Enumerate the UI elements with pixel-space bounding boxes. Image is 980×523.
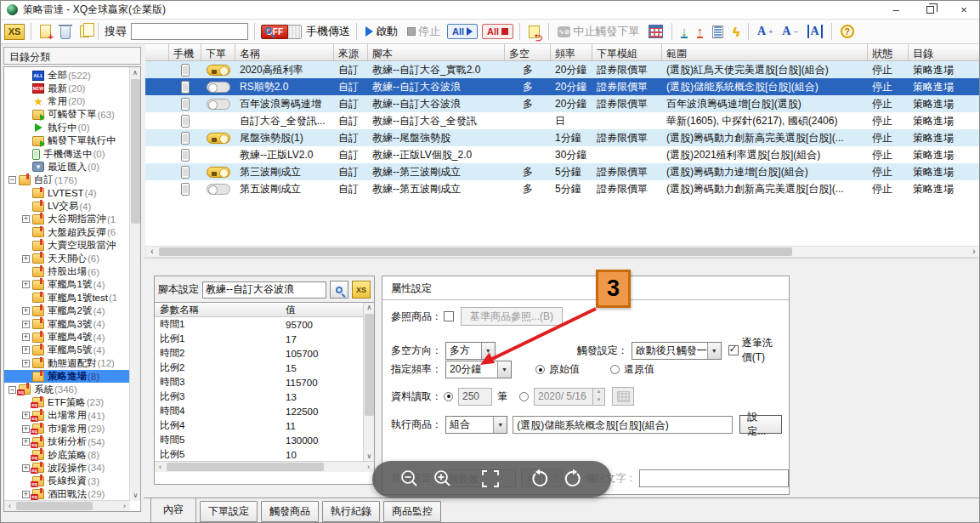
phone-icon[interactable]: [181, 115, 190, 128]
bottom-tab[interactable]: 商品監控: [383, 501, 441, 522]
tree-item[interactable]: 系統 (346): [4, 383, 130, 395]
report-button[interactable]: [710, 25, 726, 39]
exec-type-dropdown[interactable]: 組合 ▼: [445, 416, 507, 434]
phone-icon[interactable]: [181, 183, 190, 196]
scroll-left-icon[interactable]: ‹: [155, 462, 166, 472]
tree-item[interactable]: 大盤超跌反彈 (6: [4, 226, 130, 239]
tree-item[interactable]: 軍艦鳥1號 (4): [4, 278, 130, 291]
phone-icon[interactable]: [181, 132, 190, 145]
phone-icon[interactable]: [181, 166, 190, 179]
delete-button[interactable]: [58, 24, 73, 40]
tree-item[interactable]: 長線投資 (3): [4, 475, 130, 487]
column-header[interactable]: [145, 44, 169, 60]
tree-item[interactable]: 大賣空現股當沖: [4, 239, 130, 252]
tree-item[interactable]: LVTEST (4): [4, 187, 130, 200]
param-name-header[interactable]: 參數名稱: [155, 303, 280, 316]
search-icon[interactable]: [265, 27, 272, 34]
column-header-source[interactable]: 來源: [334, 44, 368, 60]
restored-value-radio[interactable]: [610, 365, 620, 374]
bottom-tab[interactable]: 觸發商品: [261, 501, 319, 522]
schedule-button[interactable]: [646, 24, 666, 39]
parameter-row[interactable]: 時間3 115700: [155, 375, 374, 389]
import-button[interactable]: [526, 25, 542, 39]
script-xs-button[interactable]: XS: [352, 281, 371, 298]
close-button[interactable]: ×: [947, 1, 980, 20]
data-date-radio[interactable]: [519, 392, 529, 401]
wash-price-checkbox[interactable]: [728, 345, 739, 355]
tree-item[interactable]: 最近匯入 (0): [4, 161, 130, 173]
restore-button[interactable]: [913, 1, 947, 20]
new-strategy-button[interactable]: [37, 24, 54, 39]
parameter-row[interactable]: 比例4 11: [155, 418, 374, 433]
parameter-row[interactable]: 時間4 122500: [155, 404, 374, 418]
table-horizontal-scrollbar[interactable]: ‹ ›: [145, 246, 980, 258]
expand-toggle-icon[interactable]: [22, 438, 30, 446]
tree-item[interactable]: 持股出場 (6): [4, 265, 130, 278]
zoom-in-icon[interactable]: [433, 469, 453, 489]
all-start-button[interactable]: All: [447, 24, 478, 39]
phone-icon[interactable]: [181, 81, 190, 94]
minimize-button[interactable]: –: [879, 1, 913, 20]
frequency-dropdown[interactable]: 20分鐘 ▼: [445, 361, 512, 378]
expand-toggle-icon[interactable]: [22, 333, 30, 341]
scrollbar-thumb[interactable]: [365, 314, 374, 416]
bottom-tab[interactable]: 執行紀錄: [322, 501, 380, 522]
expand-toggle-icon[interactable]: [22, 464, 30, 472]
tree-item[interactable]: 出場常用 (41): [4, 409, 130, 422]
expand-toggle-icon[interactable]: [22, 321, 30, 328]
phone-icon[interactable]: [181, 64, 190, 77]
table-row[interactable]: 教練--正版LV2.0 自訂 教練--正版LV個股_2.0 30分鐘 (選股)2…: [145, 146, 980, 163]
data-count-input[interactable]: 250: [458, 388, 492, 406]
table-row[interactable]: 第五波剛成立 自訂 教練--第五波剛成立 多 5分鐘 證券限價單 (選股)籌碼動…: [145, 180, 980, 197]
scroll-right-icon[interactable]: ›: [968, 247, 980, 257]
tree-item[interactable]: ETF策略 (23): [4, 396, 130, 409]
script-name-input[interactable]: [202, 281, 326, 298]
scroll-right-icon[interactable]: ›: [119, 501, 130, 511]
expand-toggle-icon[interactable]: [22, 307, 30, 315]
stop-button[interactable]: 停止: [405, 23, 443, 40]
scroll-left-icon[interactable]: ‹: [4, 501, 15, 511]
sidebar-horizontal-scrollbar[interactable]: ‹ ›: [4, 500, 130, 511]
expand-toggle-icon[interactable]: [22, 425, 30, 433]
scrollbar-thumb[interactable]: [131, 79, 140, 224]
column-header-status[interactable]: 狀態: [868, 44, 909, 60]
expand-toggle-icon[interactable]: [22, 346, 30, 354]
download-button[interactable]: ↓: [678, 25, 690, 39]
direction-dropdown[interactable]: 多方 ▼: [445, 342, 496, 360]
scroll-right-icon[interactable]: ›: [363, 462, 374, 472]
table-row[interactable]: RS順勢2.0 自訂 教練--自訂大谷波浪 多 20分鐘 證券限價單 (選股)儲…: [145, 78, 980, 95]
help-button[interactable]: ?: [838, 24, 857, 39]
tree-item[interactable]: 市場常用 (29): [4, 423, 130, 435]
xs-script-button[interactable]: XS: [4, 24, 25, 40]
expand-toggle-icon[interactable]: [22, 360, 30, 367]
tree-item[interactable]: 手機傳送中 (0): [4, 147, 130, 160]
expand-toggle-icon[interactable]: [22, 255, 30, 263]
expand-toggle-icon[interactable]: [8, 386, 16, 394]
script-search-button[interactable]: [330, 281, 348, 298]
parameter-row[interactable]: 比例2 15: [155, 361, 374, 375]
calendar-picker-button[interactable]: [612, 387, 634, 406]
parameter-row[interactable]: 比例5 10: [155, 447, 374, 462]
copy-button[interactable]: [77, 25, 92, 38]
scroll-down-icon[interactable]: ∨: [130, 490, 141, 501]
order-toggle[interactable]: [207, 99, 230, 110]
abort-trigger-button[interactable]: ∿⊘ 中止觸發下單: [555, 23, 642, 40]
order-toggle[interactable]: [207, 167, 230, 178]
font-reset-button[interactable]: A: [805, 24, 825, 39]
search-input[interactable]: [132, 25, 263, 38]
order-toggle[interactable]: [207, 65, 230, 76]
font-increase-button[interactable]: A+: [755, 24, 775, 39]
scroll-left-icon[interactable]: ‹: [146, 247, 158, 257]
tree-item[interactable]: 觸發下單執行中: [4, 134, 130, 147]
column-header-module[interactable]: 下單模組: [592, 44, 662, 60]
tree-item[interactable]: 酒田戰法 (29): [4, 488, 130, 501]
scroll-up-icon[interactable]: ∧: [130, 67, 140, 78]
column-header-direction[interactable]: 多空: [505, 44, 551, 60]
tree-item[interactable]: 軍艦鳥2號 (4): [4, 304, 130, 317]
parameter-row[interactable]: 時間5 130000: [155, 433, 374, 447]
tree-item[interactable]: 天天開心 (6): [4, 252, 130, 264]
trigger-dropdown[interactable]: 啟動後只觸發一次 ▼: [632, 342, 722, 360]
all-stop-button[interactable]: All: [482, 24, 513, 39]
data-count-radio[interactable]: [444, 392, 453, 401]
column-header-frequency[interactable]: 頻率: [551, 44, 592, 60]
